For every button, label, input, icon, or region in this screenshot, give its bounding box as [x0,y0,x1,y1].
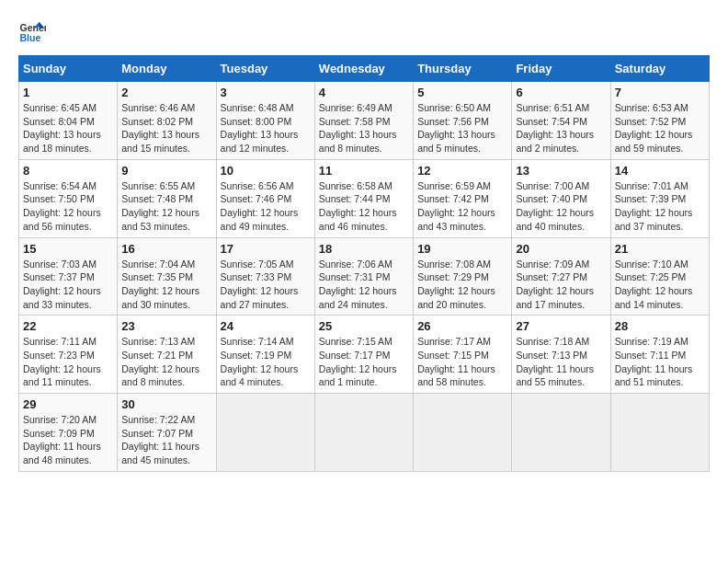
day-number: 14 [615,164,705,178]
calendar-cell: 25 Sunrise: 7:15 AM Sunset: 7:17 PM Dayl… [314,316,413,394]
calendar-week-row: 1 Sunrise: 6:45 AM Sunset: 8:04 PM Dayli… [19,82,710,160]
daylight-text: Daylight: 13 hours and 5 minutes. [417,129,495,154]
sunrise-text: Sunrise: 6:48 AM [221,102,294,113]
day-info: Sunrise: 6:46 AM Sunset: 8:02 PM Dayligh… [121,101,211,155]
daylight-text: Daylight: 13 hours and 18 minutes. [23,129,101,154]
daylight-text: Daylight: 12 hours and 14 minutes. [615,285,693,310]
daylight-text: Daylight: 12 hours and 4 minutes. [221,363,299,388]
calendar-cell: 8 Sunrise: 6:54 AM Sunset: 7:50 PM Dayli… [19,159,118,237]
day-info: Sunrise: 6:50 AM Sunset: 7:56 PM Dayligh… [417,101,507,155]
day-number: 12 [417,164,507,178]
day-number: 21 [615,242,705,256]
daylight-text: Daylight: 11 hours and 58 minutes. [417,363,495,388]
calendar-cell: 6 Sunrise: 6:51 AM Sunset: 7:54 PM Dayli… [512,82,610,160]
daylight-text: Daylight: 12 hours and 8 minutes. [121,363,199,388]
day-info: Sunrise: 7:03 AM Sunset: 7:37 PM Dayligh… [23,258,113,312]
sunrise-text: Sunrise: 6:54 AM [23,180,97,191]
daylight-text: Daylight: 12 hours and 37 minutes. [615,207,693,232]
calendar-week-row: 22 Sunrise: 7:11 AM Sunset: 7:23 PM Dayl… [19,316,710,394]
sunset-text: Sunset: 7:39 PM [615,193,687,204]
column-header-tuesday: Tuesday [216,56,314,82]
day-number: 4 [319,86,409,99]
day-info: Sunrise: 7:05 AM Sunset: 7:33 PM Dayligh… [221,258,311,312]
daylight-text: Daylight: 12 hours and 20 minutes. [417,285,495,310]
calendar-cell [216,394,314,472]
day-info: Sunrise: 6:51 AM Sunset: 7:54 PM Dayligh… [516,101,606,155]
calendar-cell: 12 Sunrise: 6:59 AM Sunset: 7:42 PM Dayl… [414,159,512,237]
column-header-wednesday: Wednesday [314,56,413,82]
day-number: 29 [23,397,113,411]
calendar-cell: 20 Sunrise: 7:09 AM Sunset: 7:27 PM Dayl… [512,237,610,316]
day-info: Sunrise: 7:22 AM Sunset: 7:07 PM Dayligh… [121,413,211,467]
sunset-text: Sunset: 7:07 PM [121,428,193,439]
sunset-text: Sunset: 7:44 PM [319,193,391,204]
sunrise-text: Sunrise: 7:13 AM [121,336,195,347]
sunset-text: Sunset: 7:09 PM [23,428,95,439]
calendar-cell: 10 Sunrise: 6:56 AM Sunset: 7:46 PM Dayl… [216,159,314,237]
sunset-text: Sunset: 7:19 PM [221,350,292,361]
sunset-text: Sunset: 7:33 PM [221,271,292,282]
day-number: 19 [417,242,507,256]
sunset-text: Sunset: 7:11 PM [615,350,687,361]
day-info: Sunrise: 7:11 AM Sunset: 7:23 PM Dayligh… [23,335,113,389]
sunset-text: Sunset: 7:56 PM [417,116,489,127]
sunrise-text: Sunrise: 7:08 AM [417,259,491,270]
daylight-text: Daylight: 12 hours and 27 minutes. [221,285,299,310]
sunset-text: Sunset: 8:02 PM [121,116,193,127]
day-info: Sunrise: 7:09 AM Sunset: 7:27 PM Dayligh… [516,258,606,312]
sunset-text: Sunset: 7:40 PM [516,193,587,204]
calendar-cell: 15 Sunrise: 7:03 AM Sunset: 7:37 PM Dayl… [19,237,118,316]
sunset-text: Sunset: 7:35 PM [121,271,193,282]
day-info: Sunrise: 6:58 AM Sunset: 7:44 PM Dayligh… [319,179,409,234]
sunset-text: Sunset: 7:31 PM [319,271,391,282]
sunrise-text: Sunrise: 7:03 AM [23,259,97,270]
calendar-cell: 23 Sunrise: 7:13 AM Sunset: 7:21 PM Dayl… [118,316,216,394]
sunrise-text: Sunrise: 6:49 AM [319,102,392,113]
calendar-cell: 19 Sunrise: 7:08 AM Sunset: 7:29 PM Dayl… [414,237,512,316]
day-info: Sunrise: 7:06 AM Sunset: 7:31 PM Dayligh… [319,258,409,312]
calendar-cell: 29 Sunrise: 7:20 AM Sunset: 7:09 PM Dayl… [19,394,118,472]
daylight-text: Daylight: 11 hours and 51 minutes. [615,363,693,388]
day-info: Sunrise: 6:56 AM Sunset: 7:46 PM Dayligh… [221,179,311,234]
daylight-text: Daylight: 12 hours and 11 minutes. [23,363,101,388]
day-number: 18 [319,242,409,256]
calendar-week-row: 15 Sunrise: 7:03 AM Sunset: 7:37 PM Dayl… [19,237,710,316]
sunrise-text: Sunrise: 7:20 AM [23,414,97,425]
sunrise-text: Sunrise: 6:46 AM [121,102,195,113]
sunrise-text: Sunrise: 7:22 AM [121,414,195,425]
sunrise-text: Sunrise: 6:56 AM [221,180,294,191]
day-info: Sunrise: 7:17 AM Sunset: 7:15 PM Dayligh… [417,335,507,389]
sunrise-text: Sunrise: 7:11 AM [23,336,97,347]
day-number: 23 [121,319,211,333]
day-number: 15 [23,242,113,256]
page-header: General Blue [18,18,710,46]
daylight-text: Daylight: 13 hours and 15 minutes. [121,129,199,154]
daylight-text: Daylight: 12 hours and 46 minutes. [319,207,397,232]
day-info: Sunrise: 6:48 AM Sunset: 8:00 PM Dayligh… [221,101,311,155]
sunset-text: Sunset: 7:25 PM [615,271,687,282]
calendar-cell: 18 Sunrise: 7:06 AM Sunset: 7:31 PM Dayl… [314,237,413,316]
day-info: Sunrise: 7:08 AM Sunset: 7:29 PM Dayligh… [417,258,507,312]
calendar-cell: 9 Sunrise: 6:55 AM Sunset: 7:48 PM Dayli… [118,159,216,237]
day-number: 2 [121,86,211,99]
day-number: 7 [615,86,705,99]
calendar-cell: 2 Sunrise: 6:46 AM Sunset: 8:02 PM Dayli… [118,82,216,160]
sunset-text: Sunset: 8:00 PM [221,116,292,127]
day-number: 5 [417,86,507,99]
calendar-cell: 30 Sunrise: 7:22 AM Sunset: 7:07 PM Dayl… [118,394,216,472]
day-number: 9 [121,164,211,178]
sunset-text: Sunset: 7:46 PM [221,193,292,204]
day-number: 28 [615,319,705,333]
sunset-text: Sunset: 7:48 PM [121,193,193,204]
calendar-cell: 5 Sunrise: 6:50 AM Sunset: 7:56 PM Dayli… [414,82,512,160]
calendar-cell: 22 Sunrise: 7:11 AM Sunset: 7:23 PM Dayl… [19,316,118,394]
column-header-friday: Friday [512,56,610,82]
sunrise-text: Sunrise: 7:18 AM [516,336,589,347]
calendar-cell [512,394,610,472]
daylight-text: Daylight: 12 hours and 56 minutes. [23,207,101,232]
day-info: Sunrise: 7:10 AM Sunset: 7:25 PM Dayligh… [615,258,705,312]
calendar-cell: 21 Sunrise: 7:10 AM Sunset: 7:25 PM Dayl… [610,237,709,316]
svg-text:Blue: Blue [20,32,41,43]
sunset-text: Sunset: 7:42 PM [417,193,489,204]
day-number: 1 [23,86,113,99]
